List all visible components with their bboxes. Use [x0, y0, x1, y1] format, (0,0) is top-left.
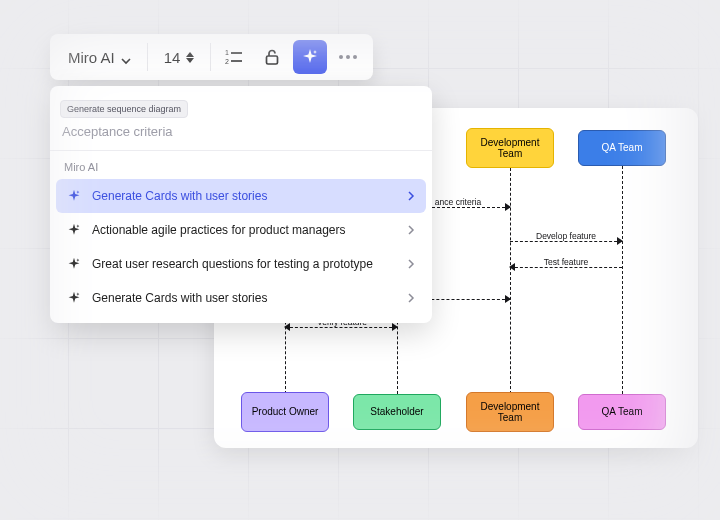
participant-box[interactable]: Stakeholder — [353, 394, 441, 430]
divider — [147, 43, 148, 71]
ai-suggestion-item[interactable]: Generate Cards with user stories — [56, 179, 426, 213]
lifeline — [510, 168, 511, 394]
sparkle-icon — [301, 48, 319, 66]
font-size-stepper[interactable]: 14 — [154, 40, 205, 74]
more-button[interactable] — [331, 40, 365, 74]
ai-suggestion-item[interactable]: Actionable agile practices for product m… — [56, 213, 426, 247]
chevron-right-icon — [406, 191, 416, 201]
suggestion-label: Great user research questions for testin… — [92, 257, 396, 271]
chevron-right-icon — [406, 225, 416, 235]
participant-label: QA Team — [602, 406, 643, 418]
sparkle-icon — [66, 290, 82, 306]
participant-label: Product Owner — [252, 406, 319, 418]
message-label: Develop feature — [533, 231, 599, 241]
divider — [210, 43, 211, 71]
ai-suggestions-menu: Generate Cards with user stories Actiona… — [50, 179, 432, 323]
miro-ai-dropdown[interactable]: Miro AI — [58, 40, 141, 74]
unlock-icon — [263, 48, 281, 66]
sparkle-icon — [66, 256, 82, 272]
more-icon — [339, 55, 357, 59]
lock-button[interactable] — [255, 40, 289, 74]
message-label: Test feature — [541, 257, 591, 267]
suggestion-label: Actionable agile practices for product m… — [92, 223, 396, 237]
dropdown-label: Miro AI — [68, 49, 115, 66]
chevron-right-icon — [406, 259, 416, 269]
floating-toolbar: Miro AI 14 1 2 — [50, 34, 373, 80]
lifeline — [622, 166, 623, 394]
participant-label: QA Team — [602, 142, 643, 154]
numbered-list-button[interactable]: 1 2 — [217, 40, 251, 74]
svg-text:1: 1 — [225, 49, 229, 56]
participant-box[interactable]: QA Team — [578, 394, 666, 430]
section-label: Miro AI — [50, 151, 432, 179]
ai-suggestion-item[interactable]: Great user research questions for testin… — [56, 247, 426, 281]
participant-label: Development Team — [469, 137, 551, 160]
participant-box[interactable]: Development Team — [466, 128, 554, 168]
ai-prompt-input[interactable] — [62, 124, 420, 139]
ai-panel: Generate sequence diagram Miro AI Genera… — [50, 86, 432, 323]
chevron-down-icon — [121, 52, 131, 62]
svg-rect-4 — [267, 56, 278, 64]
ai-suggestion-item[interactable]: Generate Cards with user stories — [56, 281, 426, 315]
ai-sparkle-button[interactable] — [293, 40, 327, 74]
suggestion-label: Generate Cards with user stories — [92, 189, 396, 203]
suggestion-label: Generate Cards with user stories — [92, 291, 396, 305]
context-chip[interactable]: Generate sequence diagram — [60, 100, 188, 118]
message-label: ance criteria — [432, 197, 484, 207]
participant-box[interactable]: Development Team — [466, 392, 554, 432]
participant-box[interactable]: Product Owner — [241, 392, 329, 432]
sparkle-icon — [66, 222, 82, 238]
numbered-list-icon: 1 2 — [225, 48, 243, 66]
participant-box[interactable]: QA Team — [578, 130, 666, 166]
participant-label: Development Team — [469, 401, 551, 424]
chevron-right-icon — [406, 293, 416, 303]
stepper-arrows-icon — [186, 52, 194, 63]
svg-text:2: 2 — [225, 58, 229, 65]
font-size-value: 14 — [164, 49, 181, 66]
sparkle-icon — [66, 188, 82, 204]
participant-label: Stakeholder — [370, 406, 423, 418]
